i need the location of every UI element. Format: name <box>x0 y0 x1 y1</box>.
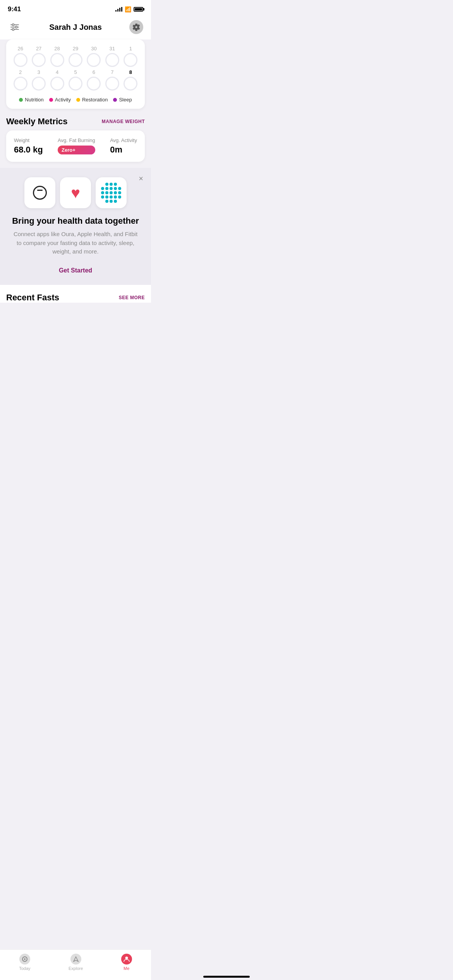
svg-point-4 <box>15 26 17 28</box>
app-icons-row: ♥ <box>8 177 143 208</box>
avg-activity-value: 0m <box>110 145 137 155</box>
fat-burning-label: Avg. Fat Burning <box>58 137 95 143</box>
weight-label: Weight <box>14 137 43 143</box>
calendar-day-3[interactable]: 3 <box>31 69 46 91</box>
status-bar: 9:41 📶 <box>0 0 151 15</box>
svg-point-5 <box>12 29 14 31</box>
calendar-day-30[interactable]: 30 <box>86 46 102 67</box>
calendar-day-7[interactable]: 7 <box>104 69 120 91</box>
calendar-day-8[interactable]: 8 <box>123 69 139 91</box>
calendar-day-4[interactable]: 4 <box>49 69 65 91</box>
calendar-day-5[interactable]: 5 <box>67 69 83 91</box>
nutrition-dot <box>19 98 23 102</box>
health-connect-card: × ♥ <box>0 168 151 285</box>
calendar-day-31[interactable]: 31 <box>104 46 120 67</box>
fat-burning-metric: Avg. Fat Burning Zero+ <box>58 137 95 154</box>
avg-activity-label: Avg. Activity <box>110 137 137 143</box>
status-time: 9:41 <box>8 5 21 13</box>
calendar-day-1[interactable]: 1 <box>123 46 139 67</box>
zero-plus-badge: Zero+ <box>58 146 95 154</box>
svg-point-3 <box>12 24 14 26</box>
weight-metric: Weight 68.0 kg <box>14 137 43 155</box>
calendar-legend: Nutrition Activity Restoration Sleep <box>12 97 139 103</box>
activity-dot <box>49 98 53 102</box>
calendar-day-26[interactable]: 26 <box>12 46 28 67</box>
zero-app-icon <box>24 177 55 208</box>
recent-fasts-title: Recent Fasts <box>6 293 59 303</box>
calendar-day-2[interactable]: 2 <box>12 69 28 91</box>
filter-icon[interactable] <box>8 20 22 34</box>
recent-fasts-header: Recent Fasts SEE MORE <box>6 293 145 303</box>
calendar-day-6[interactable]: 6 <box>86 69 102 91</box>
calendar-day-29[interactable]: 29 <box>67 46 83 67</box>
avg-activity-metric: Avg. Activity 0m <box>110 137 137 155</box>
weekly-metrics-title: Weekly Metrics <box>6 117 68 127</box>
signal-icon <box>115 7 122 12</box>
restoration-dot <box>76 98 80 102</box>
battery-icon <box>134 7 143 12</box>
wifi-icon: 📶 <box>125 6 131 12</box>
connect-title: Bring your health data together <box>8 216 143 226</box>
sleep-dot <box>113 98 117 102</box>
weight-value: 68.0 kg <box>14 145 43 155</box>
calendar-grid: 26 27 28 29 30 31 <box>12 46 139 91</box>
get-started-button[interactable]: Get Started <box>8 264 143 277</box>
metrics-card: Weight 68.0 kg Avg. Fat Burning Zero+ Av… <box>6 130 145 162</box>
legend-sleep: Sleep <box>113 97 132 103</box>
apple-health-icon: ♥ <box>60 177 91 208</box>
fitbit-icon <box>96 177 127 208</box>
recent-fasts-section: Recent Fasts SEE MORE <box>0 285 151 303</box>
weekly-metrics-header: Weekly Metrics MANAGE WEIGHT <box>0 115 151 130</box>
legend-nutrition: Nutrition <box>19 97 43 103</box>
gear-icon[interactable] <box>129 20 143 34</box>
see-more-button[interactable]: SEE MORE <box>119 295 145 300</box>
close-button[interactable]: × <box>139 174 143 183</box>
legend-restoration: Restoration <box>76 97 108 103</box>
legend-activity: Activity <box>49 97 71 103</box>
page-title: Sarah J Jonas <box>49 23 102 32</box>
calendar-day-27[interactable]: 27 <box>31 46 46 67</box>
header: Sarah J Jonas <box>0 15 151 39</box>
status-icons: 📶 <box>115 6 143 12</box>
calendar-day-28[interactable]: 28 <box>49 46 65 67</box>
connect-description: Connect apps like Oura, Apple Health, an… <box>8 230 143 256</box>
calendar-card: 26 27 28 29 30 31 <box>6 39 145 109</box>
manage-weight-button[interactable]: MANAGE WEIGHT <box>102 119 145 124</box>
